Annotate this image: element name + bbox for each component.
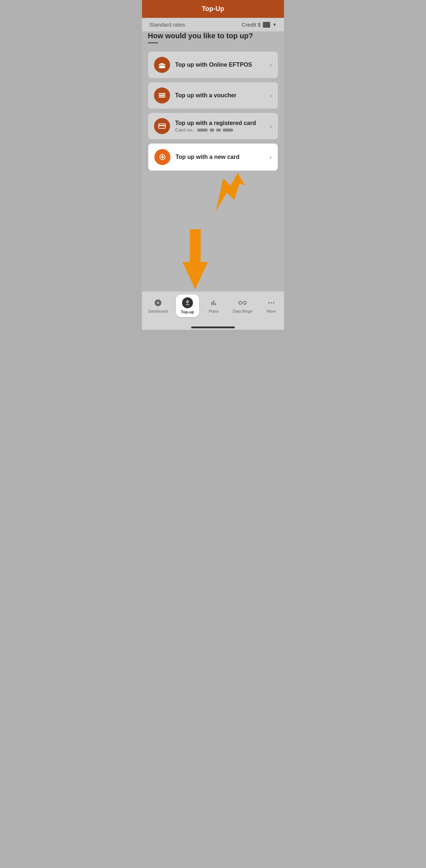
svg-rect-4 [159,125,165,126]
annotation-area-top [142,171,284,218]
registered-card-chevron-icon: › [270,122,272,130]
section-underline [148,42,158,43]
top-bar: Top-Up [142,0,284,18]
home-bar [191,327,235,328]
dropdown-arrow-icon[interactable]: ▼ [272,22,277,27]
bottom-nav: Dashboard Top-up Plans [142,291,284,324]
svg-rect-2 [159,97,165,98]
option-eftpos[interactable]: Top up with Online EFTPOS › [148,51,278,78]
options-list: Top up with Online EFTPOS › Top up with … [148,51,278,171]
dashboard-label: Dashboard [148,309,168,313]
rates-label: Standard rates [149,21,185,28]
nav-item-plans[interactable]: Plans [203,296,225,316]
option-new-card[interactable]: Top up with a new card › [148,143,278,171]
topup-icon [182,297,193,308]
annotation-arrow-down [182,226,226,291]
card-number-dots [197,129,233,132]
topup-label: Top-up [181,310,194,314]
svg-point-9 [271,302,272,304]
voucher-chevron-icon: › [270,92,272,99]
home-indicator [142,324,284,330]
registered-card-title: Top up with a registered card [175,120,267,126]
registered-card-text: Top up with a registered card Card no.: [175,120,267,133]
svg-marker-6 [216,173,245,211]
nav-item-more[interactable]: More [260,296,282,316]
card-dot-group-2 [210,129,214,132]
databinge-label: Data Binge [233,309,252,313]
credit-label: Credit $ [242,21,261,28]
new-card-icon-circle [154,149,170,165]
option-voucher[interactable]: Top up with a voucher › [148,82,278,109]
plans-label: Plans [209,309,219,313]
bank-icon [158,61,166,69]
card-dot-group-3 [216,129,221,132]
new-card-chevron-icon: › [269,153,272,161]
plans-icon [209,298,218,308]
annotation-area-bottom [142,218,284,291]
svg-point-10 [273,302,275,304]
new-card-icon [158,153,166,161]
registered-card-icon-circle [154,118,170,134]
card-icon [158,122,166,130]
eftpos-chevron-icon: › [270,61,272,69]
credit-value-box [263,22,270,28]
more-label: More [267,309,276,313]
voucher-icon-circle [154,87,170,103]
eftpos-icon-circle [154,57,170,73]
new-card-title: Top up with a new card [175,154,267,160]
voucher-icon [158,91,166,99]
svg-rect-0 [159,93,165,94]
nav-item-topup[interactable]: Top-up [176,294,199,317]
svg-point-8 [268,302,270,304]
more-icon [267,298,276,308]
option-registered-card[interactable]: Top up with a registered card Card no.: … [148,113,278,140]
card-dot-group-1 [197,129,208,132]
section-title: How would you like to top up? [148,32,278,40]
card-dot-group-4 [223,129,233,132]
dashboard-icon [153,298,163,308]
page-title: Top-Up [202,5,224,12]
voucher-title: Top up with a voucher [175,92,267,99]
new-card-text: Top up with a new card [175,154,267,160]
sub-header: Standard rates Credit $ ▼ [142,18,284,32]
annotation-arrow-up [201,171,260,215]
main-content: How would you like to top up? Top up wit… [142,32,284,171]
eftpos-text: Top up with Online EFTPOS [175,62,267,68]
eftpos-title: Top up with Online EFTPOS [175,62,267,68]
nav-item-databinge[interactable]: Data Binge [228,296,257,316]
registered-card-subtitle: Card no.: [175,127,267,133]
nav-item-dashboard[interactable]: Dashboard [144,296,172,316]
svg-marker-7 [182,229,208,289]
voucher-text: Top up with a voucher [175,92,267,99]
databinge-icon [238,298,247,308]
credit-section[interactable]: Credit $ ▼ [242,21,277,28]
svg-rect-1 [159,95,165,96]
